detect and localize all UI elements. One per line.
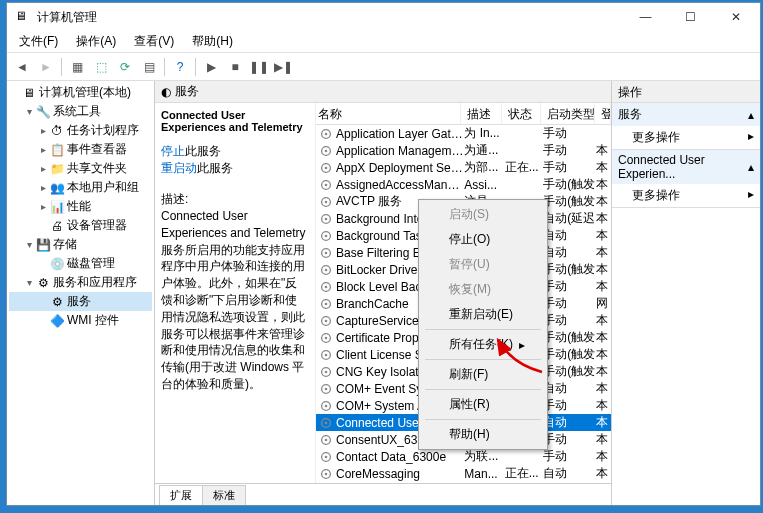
service-row[interactable]: CoreMessagingMan...正在...自动本 — [316, 465, 611, 482]
titlebar[interactable]: 🖥 计算机管理 — ☐ ✕ — [7, 3, 760, 31]
collapse-icon: ▴ — [748, 108, 754, 122]
gear-icon — [318, 246, 334, 260]
tree-item[interactable]: ▾💾存储 — [9, 235, 152, 254]
gear-icon — [318, 127, 334, 141]
tree-item[interactable]: ▸👥本地用户和组 — [9, 178, 152, 197]
service-row[interactable]: Contact Data_6300e为联...手动本 — [316, 448, 611, 465]
svg-point-17 — [325, 268, 328, 271]
collapse-icon: ▴ — [748, 160, 754, 174]
gear-icon — [318, 280, 334, 294]
svg-point-29 — [325, 370, 328, 373]
app-icon: 🖥 — [15, 9, 31, 25]
stop-link[interactable]: 停止 — [161, 144, 185, 158]
menu-help[interactable]: 帮助(H) — [184, 31, 241, 52]
ctx-item[interactable]: 重新启动(E) — [421, 302, 545, 327]
pause-service-icon[interactable]: ❚❚ — [248, 56, 270, 78]
services-header-title: 服务 — [175, 83, 199, 100]
actions-header: 操作 — [612, 81, 760, 103]
tree-item[interactable]: ⚙服务 — [9, 292, 152, 311]
help-icon[interactable]: ? — [169, 56, 191, 78]
gear-icon — [318, 365, 334, 379]
tab-standard[interactable]: 标准 — [202, 485, 246, 505]
svg-point-3 — [325, 149, 328, 152]
start-service-icon[interactable]: ▶ — [200, 56, 222, 78]
tree-item[interactable]: ▸📊性能 — [9, 197, 152, 216]
col-logon[interactable]: 登 — [595, 103, 611, 124]
main-window: 🖥 计算机管理 — ☐ ✕ 文件(F) 操作(A) 查看(V) 帮助(H) ◄ … — [6, 2, 761, 506]
ctx-item[interactable]: 属性(R) — [421, 392, 545, 417]
list-header[interactable]: 名称 描述 状态 启动类型 登 — [316, 103, 611, 125]
col-status[interactable]: 状态 — [502, 103, 541, 124]
svg-point-35 — [325, 421, 328, 424]
svg-point-25 — [325, 336, 328, 339]
minimize-button[interactable]: — — [623, 3, 668, 31]
gear-icon — [318, 433, 334, 447]
menu-action[interactable]: 操作(A) — [68, 31, 124, 52]
svg-point-27 — [325, 353, 328, 356]
service-row[interactable]: AppX Deployment Servic...为部...正在...手动本 — [316, 159, 611, 176]
tree-item[interactable]: ▸⏱任务计划程序 — [9, 121, 152, 140]
ctx-item[interactable]: 帮助(H) — [421, 422, 545, 447]
chevron-right-icon: ▸ — [748, 187, 754, 204]
forward-button[interactable]: ► — [35, 56, 57, 78]
service-row[interactable]: Application Layer Gatewa...为 In...手动 — [316, 125, 611, 142]
tree-item[interactable]: ▸📁共享文件夹 — [9, 159, 152, 178]
stop-service-icon[interactable]: ■ — [224, 56, 246, 78]
more-actions-1[interactable]: 更多操作▸ — [612, 126, 760, 149]
gear-icon — [318, 416, 334, 430]
maximize-button[interactable]: ☐ — [668, 3, 713, 31]
mid-header: ◐ 服务 — [155, 81, 611, 103]
gear-icon — [318, 331, 334, 345]
gear-icon — [318, 399, 334, 413]
svg-point-7 — [325, 183, 328, 186]
tree-item[interactable]: 💿磁盘管理 — [9, 254, 152, 273]
more-actions-2[interactable]: 更多操作▸ — [612, 184, 760, 207]
gear-icon — [318, 212, 334, 226]
gear-icon — [318, 161, 334, 175]
ctx-item[interactable]: 刷新(F) — [421, 362, 545, 387]
svg-point-33 — [325, 404, 328, 407]
tab-extended[interactable]: 扩展 — [159, 485, 203, 505]
ctx-item: 暂停(U) — [421, 252, 545, 277]
refresh-icon[interactable]: ⟳ — [114, 56, 136, 78]
tree-item[interactable]: ▾🔧系统工具 — [9, 102, 152, 121]
context-menu[interactable]: 启动(S)停止(O)暂停(U)恢复(M)重新启动(E)所有任务(K)▸刷新(F)… — [418, 199, 548, 450]
restart-link[interactable]: 重启动 — [161, 161, 197, 175]
ctx-item[interactable]: 所有任务(K)▸ — [421, 332, 545, 357]
tree-item[interactable]: 🖨设备管理器 — [9, 216, 152, 235]
properties-icon[interactable]: ▤ — [138, 56, 160, 78]
service-row[interactable]: Application Management为通...手动本 — [316, 142, 611, 159]
action-group-selected[interactable]: Connected User Experien...▴ — [612, 150, 760, 184]
ctx-item: 恢复(M) — [421, 277, 545, 302]
restart-service-icon[interactable]: ▶❚ — [272, 56, 294, 78]
col-desc[interactable]: 描述 — [461, 103, 502, 124]
export-icon[interactable]: ⬚ — [90, 56, 112, 78]
show-hide-icon[interactable]: ▦ — [66, 56, 88, 78]
toolbar: ◄ ► ▦ ⬚ ⟳ ▤ ? ▶ ■ ❚❚ ▶❚ — [7, 53, 760, 81]
action-group-services[interactable]: 服务▴ — [612, 103, 760, 126]
gear-icon — [318, 314, 334, 328]
svg-point-5 — [325, 166, 328, 169]
service-row[interactable]: AssignedAccessManager...Assi...手动(触发...本 — [316, 176, 611, 193]
tree-item[interactable]: 🔷WMI 控件 — [9, 311, 152, 330]
tree-item[interactable]: ▾⚙服务和应用程序 — [9, 273, 152, 292]
svg-point-39 — [325, 455, 328, 458]
svg-point-37 — [325, 438, 328, 441]
tree-pane[interactable]: 🖥计算机管理(本地)▾🔧系统工具▸⏱任务计划程序▸📋事件查看器▸📁共享文件夹▸👥… — [7, 81, 155, 505]
svg-point-31 — [325, 387, 328, 390]
tree-item[interactable]: ▸📋事件查看器 — [9, 140, 152, 159]
gear-icon — [318, 178, 334, 192]
col-startup[interactable]: 启动类型 — [541, 103, 595, 124]
ctx-item[interactable]: 停止(O) — [421, 227, 545, 252]
desc-label: 描述: — [161, 191, 309, 208]
menubar: 文件(F) 操作(A) 查看(V) 帮助(H) — [7, 31, 760, 53]
menu-view[interactable]: 查看(V) — [126, 31, 182, 52]
menu-file[interactable]: 文件(F) — [11, 31, 66, 52]
close-button[interactable]: ✕ — [713, 3, 758, 31]
chevron-right-icon: ▸ — [748, 129, 754, 146]
tree-item[interactable]: 🖥计算机管理(本地) — [9, 83, 152, 102]
service-row[interactable]: Credential Manager为用...正在...手动本 — [316, 482, 611, 483]
col-name[interactable]: 名称 — [316, 103, 461, 124]
gear-icon — [318, 229, 334, 243]
back-button[interactable]: ◄ — [11, 56, 33, 78]
